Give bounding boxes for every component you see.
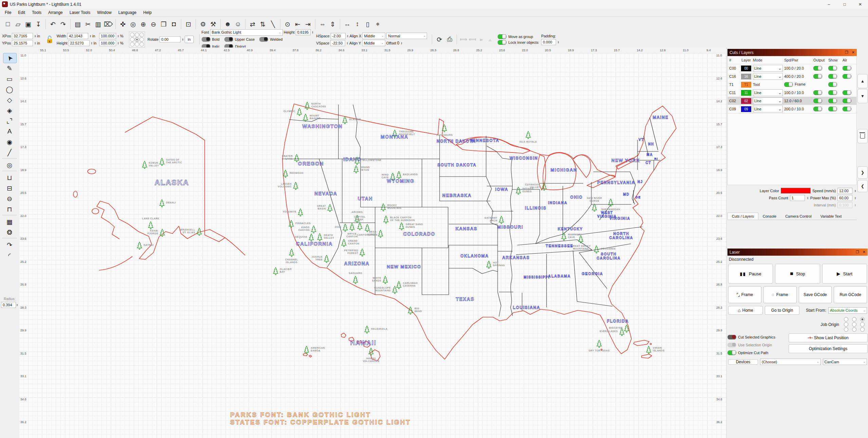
frame-selection-icon[interactable]: ❒ [159, 19, 169, 30]
tool-boolean-union[interactable]: ⊔ [3, 173, 16, 182]
radius-spinner[interactable]: ▲▼ [16, 304, 18, 306]
layer-mode-select[interactable]: Line⌄ [753, 65, 783, 72]
show-toggle[interactable] [828, 98, 837, 103]
tool-circular-array[interactable]: ❂ [3, 227, 16, 237]
output-toggle[interactable] [813, 90, 822, 95]
optimization-settings-button[interactable]: Optimization Settings [789, 344, 868, 353]
tool-polygon[interactable]: ◇ [3, 95, 16, 105]
tab-camera-control[interactable]: Camera Control [781, 213, 816, 220]
go-to-origin-button[interactable]: Go to Origin [765, 306, 799, 315]
menu-file[interactable]: File [1, 9, 15, 16]
new-file-icon[interactable]: □ [3, 19, 13, 30]
run-gcode-button[interactable]: Run GCode [834, 286, 867, 303]
dock-left-icon[interactable]: ⇤ [293, 19, 303, 30]
xpos-spinner[interactable]: ▲▼ [34, 35, 36, 37]
radius-input[interactable]: 0.394 [1, 302, 16, 308]
machine-settings-icon[interactable]: ⚒ [208, 19, 218, 30]
tool-apply-path-to-shape[interactable]: ↷ [3, 240, 16, 250]
air-toggle[interactable] [843, 98, 851, 103]
layer-mode-select[interactable]: Line⌄ [753, 73, 783, 80]
align-right-icon[interactable]: ⟽ [468, 35, 477, 43]
layer-move-up-button[interactable]: ▲ [857, 74, 868, 88]
layer-row-C16[interactable]: C1616Line⌄400.0 / 20.0 [728, 72, 856, 80]
bold-toggle[interactable] [202, 37, 210, 42]
output-toggle[interactable] [813, 107, 822, 111]
undo-icon[interactable]: ↶ [48, 19, 58, 30]
show-toggle[interactable] [828, 82, 837, 87]
air-toggle[interactable] [843, 66, 851, 71]
air-toggle[interactable] [843, 107, 851, 111]
layer-row-C00[interactable]: C0000Line⌄100.0 / 20.0 [728, 64, 856, 72]
align-bottom-icon[interactable]: ⫠ [485, 35, 494, 43]
output-toggle[interactable] [813, 98, 822, 103]
copy-icon[interactable]: ▤ [73, 19, 83, 30]
settings-icon[interactable]: ⚙ [198, 19, 208, 30]
alignx-select[interactable]: Middle⌄ [362, 33, 385, 39]
frame-square-button[interactable]: ⌜⌟Frame [728, 286, 761, 303]
cuts-layers-titlebar[interactable]: Cuts / Layers ❐✕ [727, 49, 857, 56]
vspace-spinner[interactable]: ▲▼ [347, 42, 348, 44]
width-percent-spinner[interactable]: ▲▼ [117, 35, 119, 37]
maximize-button[interactable]: □ [837, 0, 852, 8]
layer-move-down-button[interactable]: ▼ [857, 89, 868, 103]
redo-icon[interactable]: ↷ [58, 19, 68, 30]
close-panel-icon[interactable]: ✕ [852, 50, 855, 55]
speed-input[interactable]: 12.00 [837, 188, 852, 194]
ypos-input[interactable]: 25.1575 [12, 40, 33, 46]
width-input[interactable]: 42.1043 [67, 33, 88, 39]
pass-count-spinner[interactable]: ▲▼ [807, 197, 809, 199]
tab-console[interactable]: Console [758, 213, 781, 220]
welded-toggle[interactable] [259, 37, 268, 42]
pause-button[interactable]: ▮▮Pause [728, 264, 773, 284]
devices-button[interactable]: Devices [728, 359, 758, 365]
air-toggle[interactable] [843, 74, 851, 79]
pass-count-input[interactable]: 1 [790, 195, 805, 201]
rotate-spinner[interactable]: ▲▼ [182, 38, 184, 41]
zoom-to-page-icon[interactable]: ◎ [128, 19, 138, 30]
laser-titlebar[interactable]: Laser ❐✕ [727, 249, 868, 256]
lock-inner-objects-toggle[interactable] [498, 40, 506, 45]
layer-mode-select[interactable]: Line⌄ [753, 97, 783, 104]
width-spinner[interactable]: ▲▼ [90, 35, 91, 37]
align-top-icon[interactable]: ⫢ [477, 35, 485, 43]
tool-draw-lines[interactable]: ✎ [3, 63, 16, 73]
height-spinner[interactable]: ▲▼ [91, 42, 93, 44]
cut-icon[interactable]: ✂ [83, 19, 93, 30]
hspace-input[interactable]: -2.00 [331, 33, 346, 39]
xpos-input[interactable]: 32.7165 [12, 33, 33, 39]
same-size-icon[interactable]: ▯ [363, 19, 373, 30]
same-height-icon[interactable]: ↕ [352, 19, 363, 30]
ungroup-icon[interactable]: ☺ [233, 19, 243, 30]
anchor-center[interactable] [135, 37, 139, 42]
tool-offset-shapes[interactable]: ◎ [3, 160, 16, 170]
height-input[interactable]: 22.5270 [69, 40, 90, 46]
tool-measure[interactable]: ╱ [3, 148, 16, 157]
anchor-grid[interactable] [129, 32, 145, 48]
units-button[interactable]: in [185, 36, 194, 43]
job-origin-grid[interactable] [842, 317, 866, 332]
delete-icon[interactable]: ⌦ [103, 19, 113, 30]
refresh-icon[interactable]: ⟳ [434, 34, 444, 45]
device-name-select[interactable]: CanCam⌄ [823, 359, 867, 365]
layer-color-swatch[interactable]: 09 [741, 106, 751, 112]
group-icon[interactable]: ☻ [223, 19, 233, 30]
canvas[interactable]: NORTHCASCADESOLYMPICMOUNTRAINIERGLACIERT… [19, 54, 726, 438]
tool-select[interactable]: ➤ [3, 53, 17, 63]
ypos-spinner[interactable]: ▲▼ [34, 42, 36, 44]
tool-boolean-subtract[interactable]: ⊟ [3, 183, 16, 193]
layer-color-swatch[interactable]: 00 [741, 66, 751, 71]
mirror-across-line-icon[interactable]: ╲ [268, 19, 278, 30]
panel-collapse-right-button[interactable]: ❯ [857, 166, 868, 179]
tool-rectangle[interactable]: ▭ [3, 74, 16, 84]
layer-row-C09[interactable]: C0909Line⌄200.0 / 10.0 [728, 105, 856, 113]
delete-layer-button[interactable] [857, 129, 868, 143]
menu-help[interactable]: Help [140, 9, 155, 16]
tool-boolean-difference[interactable]: ⊖ [3, 194, 16, 203]
save-file-icon[interactable]: ▣ [23, 19, 33, 30]
layer-row-C02[interactable]: C0202Line⌄12.0 / 60.0 [728, 97, 856, 105]
close-button[interactable]: ✕ [852, 0, 868, 8]
menu-laser-tools[interactable]: Laser Tools [66, 9, 94, 16]
job-origin-top-right[interactable] [860, 317, 865, 322]
speed-spinner[interactable]: ▲▼ [854, 189, 856, 192]
font-select[interactable]: Bank Gothic Light⌄ [210, 29, 283, 36]
